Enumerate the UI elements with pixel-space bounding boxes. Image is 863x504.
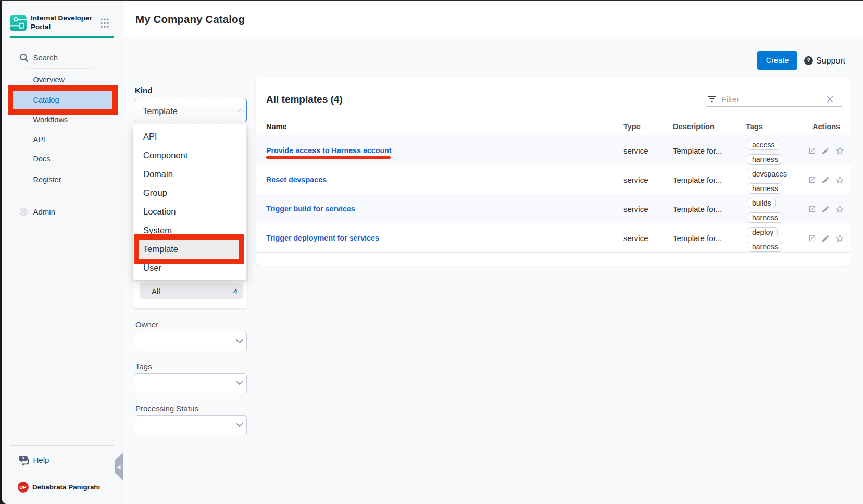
svg-text:?: ?	[22, 456, 25, 461]
